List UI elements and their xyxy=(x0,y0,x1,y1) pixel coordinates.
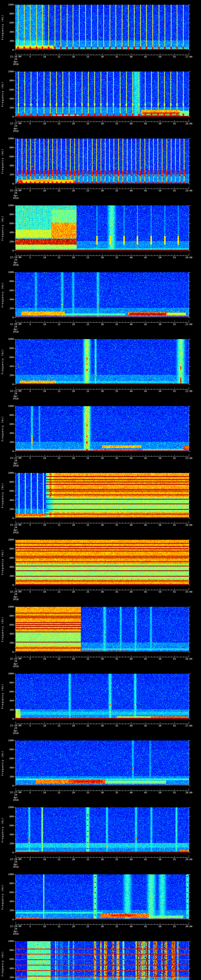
x-major-tick xyxy=(45,187,45,189)
x-minor-tick xyxy=(111,857,111,858)
y-minor-tick xyxy=(189,821,190,821)
y-minor-tick xyxy=(15,277,16,277)
x-major-tick xyxy=(59,53,59,55)
time-tick-label: 15 xyxy=(57,657,60,660)
y-major-tick xyxy=(14,242,16,242)
x-minor-tick xyxy=(137,589,137,590)
time-tick-label: 20 xyxy=(72,724,75,727)
x-minor-tick xyxy=(70,255,71,256)
x-minor-tick xyxy=(186,188,186,189)
x-minor-tick xyxy=(180,121,180,122)
x-minor-tick xyxy=(166,321,166,323)
x-major-tick xyxy=(88,589,88,590)
y-major-tick xyxy=(189,281,191,282)
time-tick-label: 5 xyxy=(29,122,31,125)
x-minor-tick xyxy=(157,522,157,523)
y-minor-tick xyxy=(189,353,190,353)
y-tick-label: 600 xyxy=(0,557,14,559)
x-major-tick xyxy=(45,789,45,791)
y-tick-label: 600 xyxy=(0,222,14,224)
x-major-tick xyxy=(131,187,131,189)
y-major-tick xyxy=(189,843,191,844)
x-major-tick xyxy=(59,187,59,189)
x-minor-tick xyxy=(85,121,85,122)
x-minor-tick xyxy=(154,656,155,657)
x-minor-tick xyxy=(36,790,36,791)
time-tick-label: 25 xyxy=(86,724,89,727)
x-major-tick xyxy=(160,522,160,523)
x-minor-tick xyxy=(140,388,140,389)
x-minor-tick xyxy=(36,188,36,189)
spectrogram-image xyxy=(16,138,189,184)
y-axis-title: Frequency (Hz) xyxy=(1,617,4,642)
x-major-tick xyxy=(189,52,189,55)
x-minor-tick xyxy=(186,321,186,323)
y-minor-tick xyxy=(15,763,16,764)
x-minor-tick xyxy=(105,589,105,590)
y-major-tick xyxy=(189,692,191,692)
x-major-tick xyxy=(88,856,88,858)
x-minor-tick xyxy=(180,656,180,657)
time-tick-label: 30 xyxy=(101,524,104,527)
x-major-tick xyxy=(30,856,30,858)
x-minor-tick xyxy=(70,589,71,590)
x-minor-tick xyxy=(137,121,137,122)
x-minor-tick xyxy=(85,255,85,256)
x-minor-tick xyxy=(85,54,85,55)
x-minor-tick xyxy=(111,388,111,389)
y-axis-title: Frequency (Hz) xyxy=(1,14,4,40)
y-major-tick xyxy=(14,883,16,884)
x-minor-tick xyxy=(157,790,157,791)
time-tick-label: 15 xyxy=(57,858,60,861)
x-minor-tick xyxy=(125,388,126,389)
x-minor-tick xyxy=(186,589,186,590)
time-tick-label: 55 xyxy=(173,390,175,393)
x-minor-tick xyxy=(183,723,183,724)
start-datetime-label: 22:25:00 20 Apr 2018 xyxy=(10,657,21,668)
time-tick-label: 35 xyxy=(115,122,118,125)
x-minor-tick xyxy=(65,790,65,791)
y-tick-label: 600 xyxy=(0,690,14,693)
time-tick-label: 45 xyxy=(144,122,147,125)
x-major-tick xyxy=(174,522,175,523)
x-major-tick xyxy=(45,522,45,523)
end-time-label: 18:00 xyxy=(185,122,192,125)
y-axis-title: Frequency (Hz) xyxy=(1,684,4,709)
x-minor-tick xyxy=(125,522,126,523)
x-major-tick xyxy=(189,655,189,657)
y-axis-title: Frequency (Hz) xyxy=(1,148,4,173)
x-major-tick xyxy=(16,588,16,590)
y-major-tick xyxy=(14,920,16,920)
x-minor-tick xyxy=(134,188,134,189)
x-minor-tick xyxy=(70,924,71,924)
x-major-tick xyxy=(88,722,88,724)
y-tick-label: 1000 xyxy=(0,940,14,942)
x-major-tick xyxy=(16,788,16,791)
y-axis-title: Frequency (Hz) xyxy=(1,282,4,307)
x-minor-tick xyxy=(70,388,71,389)
x-major-tick xyxy=(160,789,160,791)
time-tick-label: 20 xyxy=(72,390,75,393)
y-major-tick xyxy=(189,117,191,117)
y-axis-title: Frequency (Hz) xyxy=(1,884,4,910)
y-minor-tick xyxy=(15,438,16,438)
y-tick-label: 200 xyxy=(0,976,14,978)
spectrogram-stack: Frequency (Hz) 02004006008001000 5101520… xyxy=(0,0,201,980)
x-minor-tick xyxy=(134,924,134,924)
y-major-tick xyxy=(14,941,16,942)
y-minor-tick xyxy=(189,973,190,973)
x-minor-tick xyxy=(125,656,126,657)
x-major-tick xyxy=(59,388,59,389)
x-minor-tick xyxy=(114,924,114,924)
x-minor-tick xyxy=(70,790,71,791)
time-tick-label: 45 xyxy=(144,925,147,928)
y-tick-label: 400 xyxy=(0,298,14,301)
x-minor-tick xyxy=(125,121,126,122)
x-minor-tick xyxy=(65,255,65,256)
time-tick-label: 45 xyxy=(144,657,147,660)
y-tick-label: 200 xyxy=(0,441,14,443)
x-minor-tick xyxy=(154,790,155,791)
time-tick-label: 40 xyxy=(130,390,132,393)
y-tick-label: 400 xyxy=(0,900,14,902)
x-minor-tick xyxy=(180,321,180,323)
